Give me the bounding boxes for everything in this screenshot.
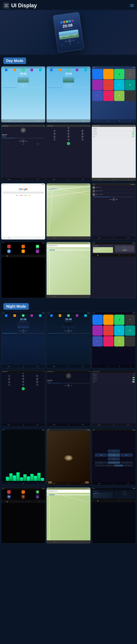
night-mode-section: Night Mode 17:40●●● ■ 📘 🎵 💬 📷 🌐 20:08 A … [0,300,137,544]
day-home-2-screen: 17:40●●● ■ 📘 🎵 💬 📷 🌐 20:08 A soothing pi… [46,66,90,122]
day-nav-content: 16:33●●● ■ Sunny Coffee Restaurant Moder… [46,242,90,298]
day-call-content: Bluetooth_Call⊡ Dial 12ABC3DEF 4GHI5JKL6… [46,125,90,181]
night-call-screen[interactable]: Bluetooth_Call⊡ Dial 1 2ABC 3DEF 4GHI 5J… [1,370,45,427]
night-row-2: Bluetooth_Call⊡ Dial 1 2ABC 3DEF 4GHI 5J… [0,370,137,427]
dial-pad-day: 12ABC3DEF 4GHI5JKL6MNO 7PQRS8TUV9WXYZ *0… [46,129,90,142]
day-navigation[interactable]: 16:33●●● ■ Sunny Coffee Restaurant Moder… [46,242,90,298]
ctrl-btn-3[interactable]: F3 [114,464,123,466]
hero-section: 📘 🎵 💬 📷 🎬 20:08 A soothing piece of musi… [0,10,137,55]
day-map-content: 16:57●●● ■ 16:18 ETA 9.0 mi GO [46,184,90,239]
night-bt-content: Bluetooth_Settings⊡ Device name CarBT De… [92,370,136,426]
extra-btn-1[interactable]: ◀◀ [95,462,107,464]
night-food-content: 17:40●●● ■ EMAIL🔊AUTO [46,429,90,485]
day-bt-settings[interactable]: Bluetooth_Settings⊡ Device name CarBT De… [92,125,136,181]
night-bt-settings[interactable]: Bluetooth_Settings⊡ Device name CarBT De… [92,370,136,427]
day-home-2[interactable]: 17:40●●● ■ 📘 🎵 💬 📷 🌐 20:08 A soothing pi… [46,66,90,122]
night-mode-label: Night Mode [3,303,29,310]
night-row-3: 17:54●●● ■ [0,429,137,485]
music-info-day: Music Title Music Album Music Artist [1,134,45,137]
night-app-grid-screen: 17:40●●● ■ 📘 🎵 📲 ⚙ 📺 📷 BT 📡 🔧 🎬 🗺 📱 [92,312,136,368]
ctrl-btn-1[interactable]: F1 [95,464,104,466]
coffee-shop-card: Sunny Coffee Restaurant Modern Contempor… [47,244,90,247]
bottom-bar-2: EMAIL🔊AUTO [46,119,90,122]
night-carplay-nav[interactable]: 09:03●●● ■ 10:16 ETA 9.0 mi Start on Don… [92,487,136,544]
bt-settings-list: Device name CarBT Device pin 0000 Auto a… [92,127,136,138]
day-row-3: 17:51●●● ■ Google 🔍 🎤 Maps YouTube Drive [0,183,137,240]
nav-up[interactable]: ▲ [108,450,120,453]
night-dark-nav[interactable]: 09:03●●● ■ ▲ ◀ OK ▶ ▼ [92,429,136,485]
hero-device: 📘 🎵 💬 📷 🎬 20:08 A soothing piece of musi… [53,12,84,53]
player-controls-1: ⏮ ⏸ ⏭ [1,84,45,87]
day-music-content: Bluetooth_Music⊡ 🎵 Music Title Music Alb… [1,125,45,181]
page-title: UI Display [11,2,37,8]
night-music-screen[interactable]: Bluetooth_Music⊡ 🎵 Music Title Music Alb… [46,370,90,427]
day-map-screen[interactable]: 16:57●●● ■ 16:18 ETA 9.0 mi GO [46,183,90,240]
night-waveform-content: 17:54●●● ■ [1,429,45,485]
day-home-1[interactable]: 17:40●●● ■ 📘 🎵 💬 📷 🌐 20:08 A soothing pi… [1,66,45,122]
player-controls-2: ⏮ ⏸ ⏭ [46,84,90,87]
nav-ok[interactable]: OK [108,453,120,457]
day-bt-settings-content: Bluetooth_Settings⊡ Device name CarBT De… [92,125,136,181]
night-home-2[interactable]: 17:40●●● ■ 📘 🎵 💬 📷 🌐 20:08 A soothing pi… [46,312,90,368]
ctrl-btn-2[interactable]: F2 [104,464,114,466]
day-row-1: 17:40●●● ■ 📘 🎵 💬 📷 🌐 20:08 A soothing pi… [0,66,137,122]
night-carplay-nav-content: 09:03●●● ■ 10:16 ETA 9.0 mi Start on Don… [92,488,136,544]
dial-pad-night: 1 2ABC 3DEF 4GHI 5JKL 6MNO 7PQRS 8TUV 9W… [1,374,45,386]
night-home-1[interactable]: 17:40●●● ■ 📘 🎵 💬 📷 🌐 20:08 A soothing pi… [1,312,45,368]
night-row-4: 10:51●●● ■ 📞 Phone 🎵 Music 💬 Messages [0,487,137,544]
day-carplay-content: 10:51●●● ■ 📞 Phone 🎵 Music 💬 Messages [1,242,45,298]
bottom-bar-1: EMAIL🔊AUTO [1,119,45,122]
hero-controls: ⏮ ⏸ ⏭ [65,39,74,43]
album-art-day: 🎵 [21,128,26,133]
night-carplay-home[interactable]: 10:51●●● ■ 📞 Phone 🎵 Music 💬 Messages [1,487,45,544]
nav-left[interactable]: ◀ [95,453,107,457]
night-waveform-screen[interactable]: 17:54●●● ■ [1,429,45,485]
night-dark-nav-content: 09:03●●● ■ ▲ ◀ OK ▶ ▼ [92,429,136,485]
day-call-screen[interactable]: Bluetooth_Call⊡ Dial 12ABC3DEF 4GHI5JKL6… [46,125,90,181]
map-visual-day [46,185,90,237]
night-app-grid[interactable]: 17:40●●● ■ 📘 🎵 📲 ⚙ 📺 📷 BT 📡 🔧 🎬 🗺 📱 [92,312,136,368]
day-carplay-nav[interactable]: 09:03●●● ■ 10:16 ETA 9.0 mi Start on Don… [92,242,136,298]
night-home-2-screen: 17:40●●● ■ 📘 🎵 💬 📷 🌐 20:08 A soothing pi… [46,312,90,368]
home-time-2: 20:08 [46,72,90,75]
coffee-card-night: Sunny Coffee Restaurant Modern Contempor… [47,490,90,493]
status-bar-2: 17:40●●● ■ [46,66,90,68]
music-controls-day: ⏮ ▶ ⏭ [1,140,45,142]
home-time-1: 20:08 [1,72,45,75]
day-mode-label: Day Mode [3,58,26,64]
night-home-1-screen: 17:40●●● ■ 📘 🎵 💬 📷 🌐 20:08 A soothing pi… [1,312,45,368]
nav-down[interactable]: ▼ [108,457,120,460]
hero-play-button[interactable]: ⏸ [68,39,71,42]
night-map-nav-content: 16:33●●● ■ Sunny Coffee Restaurant Moder… [46,488,90,544]
day-home-1-screen: 17:40●●● ■ 📘 🎵 💬 📷 🌐 20:08 A soothing pi… [1,66,45,122]
day-social-music[interactable]: 17:40SocialMusic 华乐_XXXX.mp3 song 1 rain… [92,183,136,240]
day-mode-section: Day Mode 17:40●●● ■ 📘 🎵 💬 📷 🌐 20:08 A so… [0,55,137,298]
day-social-content: 17:40SocialMusic 华乐_XXXX.mp3 song 1 rain… [92,184,136,239]
day-carplay-home[interactable]: 10:51●●● ■ 📞 Phone 🎵 Music 💬 Messages [1,242,45,298]
header-decoration [130,4,134,7]
music-info-night: Music Title Music Album Music Artist [46,379,90,383]
status-bar-1: 17:40●●● ■ [1,66,45,68]
hero-device-screen: 📘 🎵 💬 📷 🎬 20:08 A soothing piece of musi… [53,12,84,52]
day-app-grid[interactable]: 17:40●●● ■ 📘 🎵 📲 ⚙ 📺 📷 BT 📡 🔧 🎬 🗺 📱 [92,66,136,122]
extra-btn-2[interactable]: ▶▶ [108,462,120,464]
menu-icon[interactable] [3,3,9,8]
night-row-1: 17:40●●● ■ 📘 🎵 💬 📷 🌐 20:08 A soothing pi… [0,312,137,368]
album-art-night: 🎵 [66,373,71,378]
day-music-screen[interactable]: Bluetooth_Music⊡ 🎵 Music Title Music Alb… [1,125,45,181]
night-map-nav[interactable]: 16:33●●● ■ Sunny Coffee Restaurant Moder… [46,487,90,544]
day-google-content: 17:51●●● ■ Google 🔍 🎤 Maps YouTube Drive [1,184,45,239]
night-call-content: Bluetooth_Call⊡ Dial 1 2ABC 3DEF 4GHI 5J… [1,370,45,426]
night-food-screen[interactable]: 17:40●●● ■ EMAIL🔊AUTO [46,429,90,485]
extra-btn-3[interactable]: ⊞ [120,462,133,464]
day-row-2: Bluetooth_Music⊡ 🎵 Music Title Music Alb… [0,125,137,181]
night-carplay-content: 10:51●●● ■ 📞 Phone 🎵 Music 💬 Messages [1,488,45,544]
day-carplay-nav-content: 09:03●●● ■ 10:16 ETA 9.0 mi Start on Don… [92,242,136,298]
day-google-screen[interactable]: 17:51●●● ■ Google 🔍 🎤 Maps YouTube Drive [1,183,45,240]
header-left: UI Display [3,2,37,8]
day-app-grid-screen: 17:40●●● ■ 📘 🎵 📲 ⚙ 📺 📷 BT 📡 🔧 🎬 🗺 📱 [92,66,136,122]
nav-right[interactable]: ▶ [120,453,133,457]
ctrl-btn-4[interactable]: F4 [124,464,133,466]
day-row-4: 10:51●●● ■ 📞 Phone 🎵 Music 💬 Messages [0,242,137,298]
header: UI Display [0,0,137,10]
